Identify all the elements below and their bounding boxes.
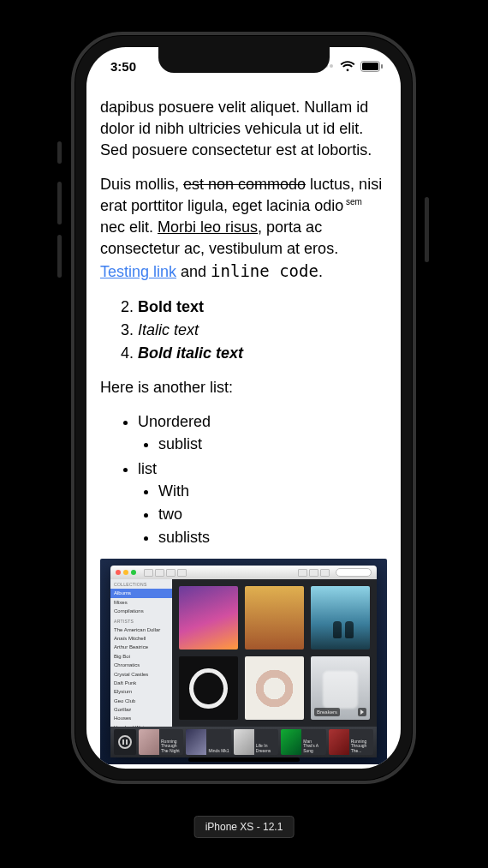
sidebar-item: Compilations: [110, 607, 172, 615]
embedded-app-screenshot: COLLECTIONSAlbumsMixesCompilationsARTIST…: [100, 559, 387, 764]
italic-text: Italic text: [138, 321, 199, 338]
list-item: sublists: [158, 526, 387, 549]
strikethrough-text: est non commodo: [183, 176, 306, 193]
status-time: 3:50: [110, 59, 136, 74]
simulator-device-label: iPhone XS - 12.1: [194, 816, 295, 838]
play-pause-button: [114, 729, 136, 755]
page-content[interactable]: dapibus posuere velit aliquet. Nullam id…: [86, 90, 401, 769]
sidebar-header: ARTISTS: [110, 616, 172, 626]
minimize-icon: [123, 570, 128, 575]
list-item: With: [158, 480, 387, 503]
mute-switch: [57, 141, 62, 164]
text: nec elit.: [100, 218, 158, 236]
sidebar-item: Anaïs Mitchell: [110, 634, 172, 643]
album-cover: [179, 586, 238, 650]
search-field: [336, 568, 372, 577]
inline-code: inline code: [211, 261, 318, 280]
list-item: sublist: [158, 433, 387, 456]
queue-item: Running Through The Night: [139, 729, 183, 755]
unordered-list: Unordered sublist list With two sublists: [100, 410, 387, 550]
list-item: Bold text: [138, 296, 387, 319]
queue-item: Minds Mk1: [186, 729, 230, 755]
svg-rect-2: [381, 64, 383, 69]
list-item: two: [158, 503, 387, 526]
bold-text: Bold text: [138, 298, 204, 315]
home-indicator[interactable]: [188, 757, 300, 762]
sidebar-item: Arthur Beatrice: [110, 643, 172, 651]
ordered-list: Bold text Italic text Bold italic text: [100, 296, 387, 366]
sidebar-item: Albums: [110, 589, 172, 597]
list-item: Italic text: [138, 319, 387, 342]
sidebar-item: Mixes: [110, 598, 172, 607]
track-label: Minds Mk1: [208, 749, 229, 754]
sidebar-item: The American Dollar: [110, 626, 172, 634]
track-label: Running Through The...: [351, 739, 372, 754]
body-paragraph: dapibus posuere velit aliquet. Nullam id…: [100, 97, 387, 162]
testing-link[interactable]: Testing link: [100, 263, 176, 280]
sidebar-item: Big Boi: [110, 652, 172, 661]
music-sidebar: COLLECTIONSAlbumsMixesCompilationsARTIST…: [110, 579, 172, 727]
battery-icon: [360, 61, 384, 72]
queue-item: Running Through The...: [329, 729, 373, 755]
close-icon: [116, 570, 121, 575]
sidebar-item: Daft Punk: [110, 679, 172, 687]
list-item: list With two sublists: [138, 458, 387, 551]
list-item: Unordered sublist: [138, 410, 387, 457]
toolbar-view-icons: [298, 569, 330, 577]
sidebar-header: COLLECTIONS: [110, 579, 172, 589]
now-playing-bar: Running Through The Night Minds Mk1 Life…: [110, 727, 377, 757]
power-button: [425, 197, 429, 262]
underlined-text: Morbi leo risus: [158, 218, 258, 236]
album-cover: [245, 586, 304, 650]
sidebar-item: Houses: [110, 714, 172, 722]
text: Unordered: [138, 413, 211, 430]
device-frame: 3:50: [71, 32, 416, 784]
list-item: Bold italic text: [138, 342, 387, 365]
track-label: Running Through The Night: [161, 739, 182, 754]
sidebar-item: Chromatics: [110, 661, 172, 669]
queue-item: Man That's A Song: [281, 729, 325, 755]
sidebar-item: Elysium: [110, 687, 172, 696]
bold-italic-text: Bold italic text: [138, 344, 243, 362]
window-titlebar: [110, 566, 377, 579]
track-label: Life In Dreams: [256, 744, 277, 753]
track-label: Man That's A Song: [303, 739, 324, 754]
svg-rect-1: [362, 63, 378, 70]
album-cover: [245, 656, 304, 720]
volume-up-button: [57, 182, 62, 224]
album-cover: [311, 586, 370, 650]
superscript-text: sem: [343, 197, 362, 207]
queue-item: Life In Dreams: [234, 729, 278, 755]
device-screen: 3:50: [86, 47, 401, 769]
sidebar-item: Geo Club: [110, 697, 172, 705]
album-cover: Breakers: [311, 656, 370, 720]
text: and: [176, 263, 211, 280]
sidebar-item: Gorillaz: [110, 705, 172, 714]
play-icon: [358, 708, 366, 716]
music-app-window: COLLECTIONSAlbumsMixesCompilationsARTIST…: [110, 566, 377, 757]
device-notch: [158, 47, 330, 73]
wifi-icon: [340, 61, 355, 72]
zoom-icon: [131, 570, 136, 575]
body-paragraph: Duis mollis, est non commodo luctus, nis…: [100, 174, 387, 284]
toolbar-nav-icons: [144, 569, 187, 577]
sidebar-item: Crystal Castles: [110, 670, 172, 679]
volume-down-button: [57, 235, 62, 278]
text: Duis mollis,: [100, 176, 183, 193]
body-paragraph: Here is another list:: [100, 377, 387, 398]
album-cover: [179, 656, 238, 720]
album-label: Breakers: [314, 708, 340, 716]
album-grid: Breakers: [172, 579, 377, 727]
text: .: [318, 263, 323, 280]
text: list: [138, 460, 157, 477]
